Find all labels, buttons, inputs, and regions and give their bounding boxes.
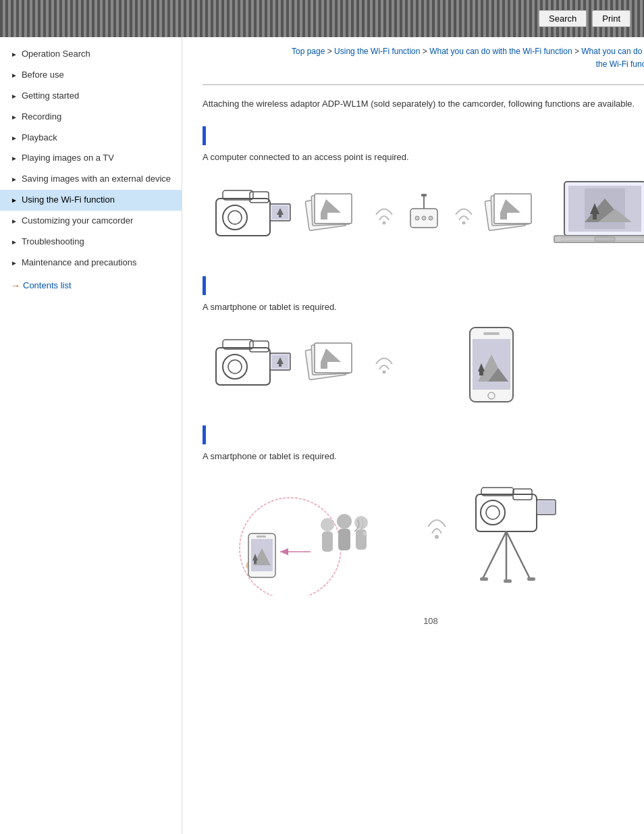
arrow-icon: ► <box>11 196 18 205</box>
breadcrumb-what-you-can-do-2[interactable]: What you can do withthe Wi-Fi function <box>581 47 644 69</box>
arrow-icon: ► <box>11 134 18 142</box>
svg-rect-47 <box>279 364 281 367</box>
section-2-header <box>203 276 644 295</box>
svg-point-19 <box>422 216 426 220</box>
section-bar-3 <box>203 425 206 444</box>
svg-rect-52 <box>321 362 327 369</box>
svg-point-86 <box>481 500 505 525</box>
sidebar-item-operation-search[interactable]: ► Operation Search <box>0 44 182 65</box>
breadcrumb-what-you-can-do[interactable]: What you can do with the Wi-Fi function <box>429 47 572 56</box>
svg-rect-8 <box>279 215 281 217</box>
section-2-illustration <box>209 324 644 405</box>
svg-rect-13 <box>321 213 327 219</box>
router-icon <box>404 188 444 242</box>
divider <box>203 84 644 85</box>
sidebar: ► Operation Search ► Before use ► Gettin… <box>0 37 182 834</box>
sidebar-item-recording[interactable]: ► Recording <box>0 107 182 128</box>
camcorder-icon-2 <box>209 328 297 402</box>
svg-point-66 <box>337 514 352 529</box>
arrow-icon: ► <box>11 217 18 226</box>
section-2-sub: A smartphone or tablet is required. <box>203 301 644 314</box>
svg-rect-91 <box>538 501 554 513</box>
svg-rect-61 <box>479 371 483 375</box>
page-number: 108 <box>203 616 644 626</box>
contents-list-link[interactable]: → Contents list <box>0 273 182 298</box>
sidebar-item-saving-images-external[interactable]: ► Saving images with an external device <box>0 169 182 190</box>
arrow-icon: ► <box>11 92 18 101</box>
camcorder-icon <box>209 178 297 253</box>
svg-line-94 <box>506 531 530 579</box>
sidebar-item-getting-started[interactable]: ► Getting started <box>0 86 182 107</box>
wifi-symbol-3 <box>374 349 394 380</box>
svg-point-70 <box>363 531 367 536</box>
wifi-symbol-1 <box>374 200 394 231</box>
sidebar-item-troubleshooting[interactable]: ► Troubleshooting <box>0 232 182 253</box>
sidebar-item-maintenance[interactable]: ► Maintenance and precautions <box>0 253 182 273</box>
sidebar-item-playback[interactable]: ► Playback <box>0 128 182 149</box>
arrow-icon: ► <box>11 259 18 267</box>
wifi-symbol-2 <box>454 200 474 231</box>
svg-point-64 <box>321 518 334 531</box>
svg-rect-67 <box>338 529 350 550</box>
svg-rect-65 <box>322 531 333 552</box>
laptop-icon <box>551 175 644 256</box>
photos-fan-icon-1 <box>304 188 365 242</box>
smartphone-icon-1 <box>464 324 518 405</box>
section-3-illustration <box>209 474 644 596</box>
sidebar-item-playing-images-tv[interactable]: ► Playing images on a TV <box>0 148 182 169</box>
section-3: A smartphone or tablet is required. <box>203 425 644 596</box>
svg-rect-26 <box>500 213 507 219</box>
search-button[interactable]: Search <box>539 10 587 27</box>
section-bar-1 <box>203 126 206 145</box>
section-2: A smartphone or tablet is required. <box>203 276 644 406</box>
photos-fan-icon-3 <box>304 338 365 392</box>
breadcrumb: Top page > Using the Wi-Fi function > Wh… <box>203 45 644 71</box>
sidebar-item-before-use[interactable]: ► Before use <box>0 65 182 86</box>
arrow-icon: ► <box>11 154 18 163</box>
top-bar: Search Print <box>0 0 644 37</box>
sidebar-item-using-wifi[interactable]: ► Using the Wi-Fi function <box>0 190 182 211</box>
svg-point-2 <box>228 211 242 224</box>
svg-point-21 <box>462 221 466 224</box>
breadcrumb-top-page[interactable]: Top page <box>292 47 325 56</box>
section-1: A computer connected to an access point … <box>203 126 644 256</box>
intro-text: Attaching the wireless adaptor ADP-WL1M … <box>203 97 644 111</box>
main-layout: ► Operation Search ► Before use ► Gettin… <box>0 37 644 834</box>
section-bar-2 <box>203 276 206 295</box>
print-button[interactable]: Print <box>592 10 630 27</box>
svg-rect-82 <box>254 561 257 564</box>
photos-fan-icon-2 <box>483 188 544 242</box>
contents-list-arrow-icon: → <box>11 280 20 291</box>
svg-rect-3 <box>250 192 269 203</box>
svg-rect-0 <box>216 199 270 236</box>
svg-point-41 <box>228 360 242 373</box>
svg-rect-83 <box>257 536 266 538</box>
arrow-icon: ► <box>11 113 18 122</box>
camcorder-tripod-icon <box>456 474 577 596</box>
svg-point-68 <box>354 516 368 529</box>
arrow-icon: ► <box>11 50 18 59</box>
svg-point-14 <box>383 221 386 224</box>
svg-rect-96 <box>504 579 512 583</box>
section-3-header <box>203 425 644 444</box>
arrow-icon: ► <box>11 71 18 80</box>
svg-rect-42 <box>250 341 269 352</box>
svg-point-84 <box>435 535 439 539</box>
section-1-sub: A computer connected to an access point … <box>203 151 644 164</box>
section-3-sub: A smartphone or tablet is required. <box>203 450 644 463</box>
svg-rect-55 <box>483 332 500 335</box>
svg-point-53 <box>383 371 386 374</box>
section-1-header <box>203 126 644 145</box>
svg-rect-17 <box>421 194 427 197</box>
arrow-icon: ► <box>11 175 18 184</box>
breadcrumb-wifi[interactable]: Using the Wi-Fi function <box>334 47 420 56</box>
svg-rect-97 <box>527 577 535 581</box>
arrow-icon: ► <box>11 238 18 246</box>
svg-rect-95 <box>480 577 488 581</box>
svg-line-92 <box>483 531 506 579</box>
section-1-illustration <box>209 175 644 256</box>
sidebar-item-customizing[interactable]: ► Customizing your camcorder <box>0 211 182 232</box>
main-content: Top page > Using the Wi-Fi function > Wh… <box>182 37 644 834</box>
svg-rect-39 <box>216 348 270 385</box>
svg-rect-38 <box>595 237 615 241</box>
